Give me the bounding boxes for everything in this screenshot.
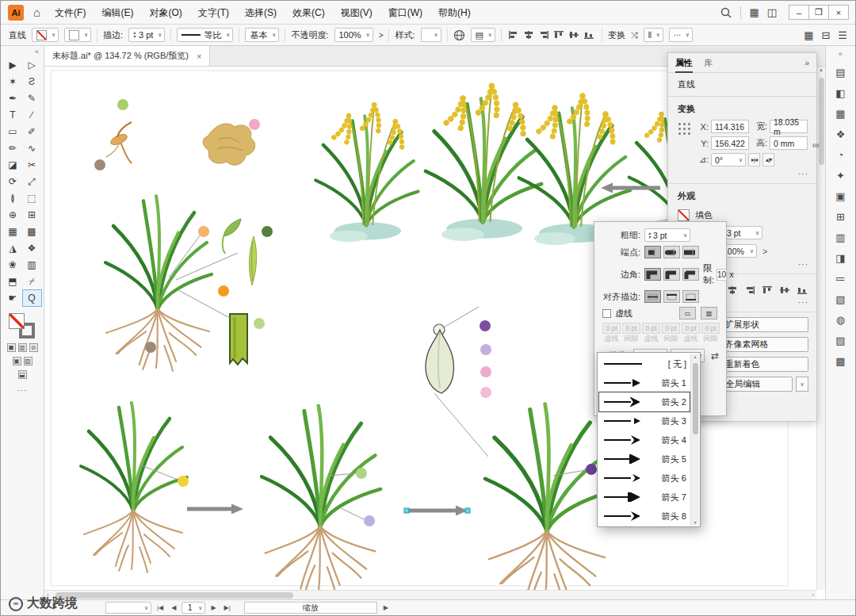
menu-item[interactable]: 选择(S)	[237, 1, 285, 25]
status-tool-display[interactable]: 缩放	[244, 602, 377, 614]
link-dimensions-icon[interactable]: ∞	[812, 140, 820, 151]
transform-panel-link[interactable]: 变换	[608, 29, 625, 41]
menu-item[interactable]: 帮助(H)	[430, 1, 479, 25]
fill-stroke-widget[interactable]	[9, 313, 36, 339]
legend-dot[interactable]	[218, 285, 229, 297]
opacity-input[interactable]: 100%	[334, 28, 373, 42]
document-setup-select[interactable]: ▤	[471, 28, 495, 42]
flip-vertical-icon[interactable]: ▴|▾	[762, 153, 774, 166]
align-vmiddle-icon[interactable]	[567, 29, 581, 41]
stem-section-detail[interactable]	[230, 314, 247, 365]
dock-panel-icon[interactable]: ◧	[835, 87, 845, 99]
tab-libraries[interactable]: 库	[704, 53, 713, 73]
globe-icon[interactable]	[453, 29, 465, 41]
legend-dot[interactable]	[145, 342, 156, 353]
menu-item[interactable]: 视图(V)	[333, 1, 380, 25]
cap-butt-button[interactable]	[644, 246, 661, 258]
arrowhead-option[interactable]: 箭头 7	[599, 488, 690, 507]
next-artboard-icon[interactable]: ▶	[208, 604, 218, 611]
draw-normal-button[interactable]: ▣	[13, 357, 21, 365]
height-input[interactable]: 0 mm	[770, 136, 808, 150]
scroll-thumb[interactable]	[693, 363, 698, 434]
pen-tool[interactable]: ✒	[4, 90, 22, 106]
dock-panel-icon[interactable]: ◨	[835, 252, 845, 264]
legend-dot[interactable]	[262, 226, 273, 237]
illustrator-app-icon[interactable]: Ai	[8, 5, 24, 21]
brush-definition-select[interactable]: 基本	[245, 28, 279, 42]
dropdown-scrollbar[interactable]: ▴▾	[690, 354, 699, 526]
dock-panel-icon[interactable]: ⊞	[836, 211, 845, 223]
dock-panel-icon[interactable]: ✦	[836, 170, 845, 182]
legend-dot[interactable]	[178, 476, 189, 487]
dash-gap-input[interactable]: 0 pt	[701, 323, 720, 334]
slice-tool[interactable]: ⌿	[23, 274, 41, 289]
anchor-handle[interactable]	[465, 508, 470, 513]
dock-panel-icon[interactable]: ▧	[835, 293, 845, 305]
width-input[interactable]: 18.035 m	[770, 120, 808, 133]
home-icon[interactable]: ⌂	[33, 6, 40, 19]
stroke-color-select[interactable]	[32, 28, 59, 42]
legend-dot[interactable]	[94, 159, 105, 170]
legend-dot[interactable]	[249, 119, 260, 130]
first-artboard-icon[interactable]: |◀	[155, 604, 166, 611]
eyedropper-tool[interactable]: ◮	[4, 240, 22, 256]
swap-arrowheads-icon[interactable]: ⇄	[711, 350, 719, 362]
artboard-tool[interactable]: ⬒	[4, 274, 22, 289]
artboard-number-select[interactable]: 1	[182, 602, 205, 614]
rectangle-tool[interactable]: ▭	[4, 124, 22, 140]
symbol-sprayer-tool[interactable]: ❀	[4, 257, 22, 273]
menu-item[interactable]: 编辑(E)	[94, 1, 141, 25]
blend-tool[interactable]: ❖	[23, 240, 41, 256]
dock-panel-icon[interactable]: ▨	[835, 335, 845, 346]
align-bottom-icon[interactable]	[583, 29, 596, 41]
dock-panel-icon[interactable]: ▥	[835, 231, 845, 243]
corner-round-button[interactable]	[663, 268, 680, 281]
previous-artboard-icon[interactable]: ◀	[169, 604, 178, 611]
align-stroke-inside-button[interactable]	[663, 290, 680, 303]
align-stroke-outside-button[interactable]	[682, 290, 699, 303]
dock-panel-icon[interactable]: ◍	[836, 314, 845, 326]
align-top-icon[interactable]	[760, 284, 774, 297]
legend-dot[interactable]	[254, 318, 265, 329]
eraser-tool[interactable]: ◪	[4, 157, 22, 173]
lasso-tool[interactable]: Ƨ	[23, 74, 41, 90]
dock-panel-icon[interactable]: ▣	[835, 190, 845, 202]
arrowhead-option[interactable]: 箭头 6	[599, 469, 690, 488]
dock-panel-icon[interactable]: ▦	[835, 108, 845, 120]
menu-item[interactable]: 对象(O)	[141, 1, 189, 25]
align-hcenter-icon[interactable]	[725, 284, 739, 297]
legend-dot[interactable]	[198, 226, 209, 237]
maximize-button[interactable]: ❐	[808, 5, 829, 20]
stepper-icon[interactable]	[648, 231, 651, 239]
selection-tool[interactable]: ▶	[4, 57, 22, 73]
scissors-tool[interactable]: ✂	[23, 157, 41, 173]
dash-preserve-icon[interactable]: ▭	[679, 307, 696, 319]
pencil-tool[interactable]: ✏	[4, 140, 22, 156]
stroke-weight-input[interactable]: 3 pt	[128, 28, 165, 42]
scroll-thumb[interactable]	[819, 78, 824, 165]
shaper-tool[interactable]: ∿	[23, 140, 41, 156]
align-right-icon[interactable]	[743, 284, 756, 297]
dash-gap-input[interactable]: 0 pt	[602, 323, 621, 334]
arrange-documents-icon[interactable]: ▦	[749, 6, 759, 18]
zoom-tool[interactable]: Q	[23, 290, 41, 306]
free-transform-tool[interactable]: ⬚	[23, 190, 41, 206]
dash-gap-input[interactable]: 0 pt	[642, 323, 660, 334]
width-profile-select[interactable]: 等比	[177, 28, 233, 42]
distribute-select[interactable]: ⋯	[669, 28, 693, 42]
y-input[interactable]: 156.422	[711, 136, 749, 150]
panel-menu-icon[interactable]: ☰	[838, 29, 847, 41]
cap-round-button[interactable]	[663, 246, 680, 258]
paintbrush-tool[interactable]: ✐	[23, 124, 41, 140]
type-tool[interactable]: T	[4, 107, 22, 123]
column-graph-tool[interactable]: ▥	[23, 257, 41, 273]
arrowhead-option[interactable]: 箭头 5	[599, 450, 690, 469]
color-button[interactable]: ◼	[7, 343, 16, 352]
minimize-button[interactable]: –	[789, 5, 809, 20]
scale-tool[interactable]: ⤢	[23, 174, 41, 189]
dock-panel-icon[interactable]: ❖	[836, 128, 846, 140]
search-icon[interactable]	[720, 6, 732, 19]
stroke-weight-input[interactable]: 3 pt	[644, 228, 690, 242]
close-tab-icon[interactable]: ×	[197, 52, 201, 61]
dock-panel-icon[interactable]: ▤	[835, 67, 845, 78]
